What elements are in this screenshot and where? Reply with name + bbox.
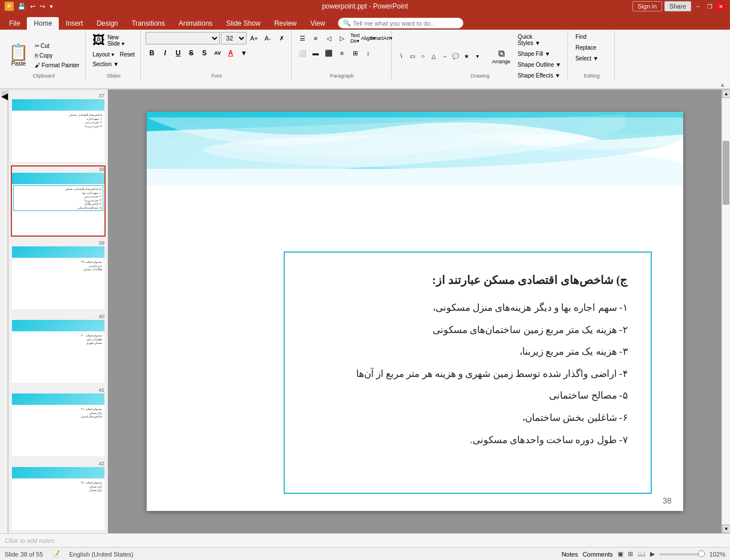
select-button[interactable]: Select ▼	[572, 54, 601, 63]
slide-textbox[interactable]: ج) شاخص‌های اقتصادی مسکن عبارتند از: ۱- …	[284, 251, 652, 494]
view-slideshow-button[interactable]: ▶	[650, 550, 655, 558]
tab-file[interactable]: File	[2, 17, 27, 30]
bullets-button[interactable]: ☰	[296, 32, 309, 44]
tab-view[interactable]: View	[304, 17, 332, 30]
justify-button[interactable]: ≡	[336, 47, 348, 59]
numbering-button[interactable]: ≡	[309, 32, 322, 44]
strikethrough-button[interactable]: S	[185, 47, 197, 59]
smartart-button[interactable]: SmartArt▾	[375, 32, 388, 44]
zoom-level: 102%	[709, 551, 725, 558]
shadow-button[interactable]: S	[198, 47, 211, 59]
tab-home[interactable]: Home	[27, 17, 59, 30]
customize-qa-button[interactable]: ▾	[48, 2, 55, 11]
tab-transitions[interactable]: Transitions	[125, 17, 172, 30]
font-color-dropdown[interactable]: ▾	[237, 47, 250, 59]
columns-button[interactable]: ⊞	[349, 47, 361, 59]
text-direction-button[interactable]: Text Dir▾	[349, 32, 361, 44]
view-reading-button[interactable]: 📖	[638, 550, 646, 558]
cut-button[interactable]: ✂ Cut	[33, 42, 82, 50]
shape-star[interactable]: ★	[461, 51, 471, 62]
shape-more[interactable]: ▾	[472, 51, 482, 62]
scroll-thumb[interactable]	[723, 141, 729, 205]
vertical-scrollbar[interactable]: ▲ ▼	[721, 90, 730, 533]
slide-thumb-40[interactable]: 40 محتوای اسلاید ۴۰اطلاعات بازارمسکن شهر…	[11, 313, 106, 384]
font-color-button[interactable]: A	[224, 47, 237, 59]
view-sorter-button[interactable]: ⊞	[628, 550, 633, 558]
tab-animations[interactable]: Animations	[172, 17, 219, 30]
align-right-button[interactable]: ⬛	[322, 47, 335, 59]
scroll-track[interactable]	[722, 98, 730, 525]
scroll-down-button[interactable]: ▼	[722, 525, 730, 533]
slide-thumb-39[interactable]: 39 محتوای اسلاید ۳۹متن فارسیاطلاعات مسکن	[11, 239, 106, 310]
minimize-button[interactable]: ─	[693, 2, 703, 10]
tab-review[interactable]: Review	[267, 17, 303, 30]
undo-button[interactable]: ↩	[29, 2, 37, 11]
section-button[interactable]: Section ▼	[90, 60, 121, 68]
slides-content: 🖼 New Slide ▾ Layout ▾ Reset Section ▼	[90, 32, 137, 79]
tab-design[interactable]: Design	[90, 17, 124, 30]
thumb-img-41: محتوای اسلاید ۴۱بازار مسکنشاخص‌های قیمتی	[12, 393, 104, 456]
decrease-font-button[interactable]: A-	[261, 32, 274, 44]
tab-slideshow[interactable]: Slide Show	[219, 17, 267, 30]
slide-thumb-41[interactable]: 41 محتوای اسلاید ۴۱بازار مسکنشاخص‌های قی…	[11, 386, 106, 457]
thumb-text-41: محتوای اسلاید ۴۱بازار مسکنشاخص‌های قیمتی	[13, 406, 103, 420]
shape-triangle[interactable]: △	[429, 51, 439, 62]
collapse-ribbon-button[interactable]: ▲	[720, 82, 725, 88]
copy-button[interactable]: ⎘ Copy	[33, 51, 82, 60]
new-slide-icon: 🖼	[92, 33, 105, 48]
view-normal-button[interactable]: ▣	[618, 550, 623, 558]
left-arrow-button[interactable]: ◀	[1, 91, 7, 96]
shape-oval[interactable]: ○	[418, 51, 428, 62]
slide-thumb-37[interactable]: 37 شاخص‌های اقتصادی مسکن۱- سهم اجاره۲- ه…	[11, 92, 106, 163]
increase-indent-button[interactable]: ▷	[336, 32, 348, 44]
scroll-up-button[interactable]: ▲	[722, 90, 730, 98]
tell-me-box[interactable]: 🔍	[338, 18, 463, 29]
tab-insert[interactable]: Insert	[59, 17, 90, 30]
zoom-thumb[interactable]	[698, 550, 705, 557]
align-left-button[interactable]: ⬜	[296, 47, 309, 59]
bold-button[interactable]: B	[146, 47, 158, 59]
underline-button[interactable]: U	[172, 47, 184, 59]
notes-button[interactable]: Notes	[562, 551, 578, 558]
shape-line[interactable]: \	[396, 51, 406, 62]
save-button[interactable]: 💾	[16, 2, 27, 11]
comments-button[interactable]: Comments	[583, 551, 613, 558]
font-size-select[interactable]: 32	[221, 32, 247, 44]
find-button[interactable]: Find	[572, 32, 589, 42]
shape-outline-button[interactable]: Shape Outline ▼	[515, 60, 564, 70]
clear-format-button[interactable]: ✗	[275, 32, 288, 44]
slide-thumb-42[interactable]: 42 محتوای اسلاید ۴۲آمار مسکنبازار مسکن	[11, 460, 106, 531]
slide-thumb-38[interactable]: 38 ج) شاخص‌های اقتصادی مسکن۱- سهم اجاره …	[11, 165, 106, 237]
new-slide-button[interactable]: 🖼 New Slide ▾	[90, 32, 127, 49]
char-spacing-button[interactable]: AV	[211, 47, 224, 59]
editor-area[interactable]: ج) شاخص‌های اقتصادی مسکن عبارتند از: ۱- …	[108, 90, 721, 533]
share-button[interactable]: Share	[664, 1, 691, 11]
redo-button[interactable]: ↪	[38, 2, 47, 11]
title-bar-left: P 💾 ↩ ↪ ▾	[5, 2, 55, 11]
arrange-button[interactable]: ⧉ Arrange	[490, 47, 513, 66]
zoom-slider[interactable]	[659, 553, 705, 555]
italic-button[interactable]: I	[159, 47, 171, 59]
reset-button[interactable]: Reset	[118, 50, 137, 59]
decrease-indent-button[interactable]: ◁	[322, 32, 335, 44]
shape-rect[interactable]: ▭	[407, 51, 417, 62]
slide-info: Slide 38 of 55	[5, 551, 43, 558]
font-name-select[interactable]	[146, 32, 220, 44]
notes-placeholder[interactable]: Click to add notes	[5, 537, 54, 544]
layout-button[interactable]: Layout ▾	[90, 50, 116, 59]
signin-button[interactable]: Sign in	[632, 1, 662, 11]
replace-button[interactable]: Replace	[572, 43, 599, 52]
ribbon-bottom-line: ▲	[0, 81, 730, 89]
center-button[interactable]: ▬	[309, 47, 322, 59]
format-painter-button[interactable]: 🖌 Format Painter	[33, 61, 82, 70]
restore-button[interactable]: ❐	[705, 2, 714, 10]
shape-arrow[interactable]: →	[439, 51, 450, 62]
tell-me-input[interactable]	[353, 20, 458, 27]
paste-button[interactable]: 📋 Paste	[6, 42, 31, 70]
increase-font-button[interactable]: A+	[248, 32, 260, 44]
line-spacing-button[interactable]: ↕	[362, 47, 374, 59]
shape-callout[interactable]: 💬	[450, 51, 461, 62]
quick-styles-button[interactable]: Quick Styles ▼	[515, 32, 564, 48]
shape-fill-button[interactable]: Shape Fill ▼	[515, 49, 564, 59]
close-button[interactable]: ✕	[716, 2, 725, 10]
